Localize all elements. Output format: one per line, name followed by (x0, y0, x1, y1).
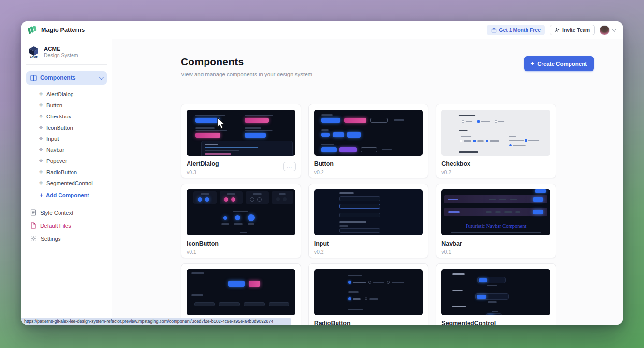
card-input[interactable]: Input v0.2 (308, 184, 429, 258)
sidebar-item-label: IconButton (46, 125, 73, 130)
card-segmentedcontrol[interactable]: SegmentedControl v0.2 (436, 263, 556, 325)
preview-segmented-control (477, 277, 506, 283)
preview-button (245, 118, 269, 123)
preview-caption (221, 223, 229, 225)
preview-caption (233, 211, 248, 212)
preview-caption (348, 291, 359, 293)
card-navbar[interactable]: Futuristic Navbar Component Navbar v0.1 (436, 184, 556, 258)
preview-caption (498, 121, 504, 122)
component-icon: ❖ (39, 147, 43, 152)
component-icon: ❖ (39, 170, 43, 174)
card-name: RadioButton (314, 320, 423, 325)
sidebar-item-alertdialog[interactable]: ❖AlertDialog (26, 88, 107, 100)
preview-button (370, 118, 388, 123)
preview-button (269, 302, 289, 306)
preview-caption (481, 121, 490, 122)
card-checkbox[interactable]: Checkbox v0.2 (436, 104, 556, 178)
get-month-free-button[interactable]: Get 1 Month Free (487, 25, 545, 35)
preview-button (244, 302, 265, 306)
component-icon: ❖ (39, 103, 43, 108)
preview-caption (348, 275, 362, 276)
preview-button (195, 118, 220, 123)
card-name: Checkbox (441, 160, 550, 167)
preview-checkbox (486, 140, 488, 142)
preview-button (382, 149, 392, 150)
preview-caption (451, 232, 541, 233)
preview-button (195, 133, 220, 138)
card-radiobutton[interactable]: RadioButton v0.1 (308, 263, 429, 325)
sidebar-item-label: Button (46, 102, 62, 108)
create-component-button[interactable]: + Create Component (524, 56, 594, 71)
preview-caption (321, 144, 334, 145)
preview-group (220, 191, 243, 204)
sidebar-item-iconbutton[interactable]: ❖IconButton (26, 122, 107, 133)
get-month-free-label: Get 1 Month Free (499, 27, 541, 33)
card-popover[interactable]: Popover v0.2 (181, 263, 301, 325)
card-button[interactable]: Button v0.2 (308, 104, 429, 178)
preview-caption (466, 121, 472, 122)
invite-team-label: Invite Team (562, 27, 590, 33)
component-icon: ❖ (39, 136, 43, 141)
preview-caption (452, 273, 465, 275)
preview-caption (492, 311, 498, 312)
account-menu[interactable] (600, 25, 615, 35)
preview-caption (339, 221, 366, 223)
add-component-button[interactable]: + Add Component (26, 188, 107, 202)
sidebar-item-style-context[interactable]: Style Context (26, 206, 107, 219)
preview-button (194, 302, 215, 306)
sidebar-item-label: SegmentedControl (46, 180, 93, 186)
file-icon (30, 222, 36, 229)
sidebar-item-label: Components (40, 74, 75, 81)
plus-icon: + (531, 60, 535, 67)
card-version: v0.3 (187, 169, 295, 175)
preview-caption (195, 130, 227, 131)
sidebar-item-label: RadioButton (46, 169, 77, 175)
preview-caption (461, 136, 471, 137)
sidebar-item-label: AlertDialog (46, 91, 73, 97)
preview-input (339, 204, 380, 209)
sidebar-item-segmentedcontrol[interactable]: ❖SegmentedControl (26, 177, 107, 188)
sidebar-item-label: Settings (41, 236, 61, 242)
sidebar-item-button[interactable]: ❖Button (26, 100, 107, 111)
component-icon: ❖ (39, 125, 43, 130)
workspace-switcher[interactable]: ACME ACME Design System (26, 44, 107, 65)
card-alertdialog[interactable]: AlertDialog v0.3 ⋯ (181, 104, 301, 178)
preview-caption (464, 140, 471, 142)
preview-button (321, 147, 337, 152)
preview-input (339, 213, 380, 218)
sidebar-item-settings[interactable]: Settings (26, 232, 107, 245)
preview-checkbox (495, 120, 497, 123)
preview-caption (452, 306, 466, 307)
sidebar-item-radiobutton[interactable]: ❖RadioButton (26, 166, 107, 177)
preview-segmented-control (475, 293, 509, 300)
segmentedcontrol-preview (441, 269, 550, 315)
card-version: v0.2 (314, 249, 423, 255)
preview-caption (490, 140, 499, 142)
card-name: Navbar (441, 240, 550, 247)
sidebar-item-components[interactable]: Components (26, 71, 107, 85)
preview-caption (248, 223, 254, 225)
invite-team-button[interactable]: Invite Team (550, 25, 595, 35)
status-url-text: https://patterns-git-alex-lee-design-sys… (24, 319, 273, 324)
sidebar-item-checkbox[interactable]: ❖Checkbox (26, 111, 107, 122)
preview-button (394, 119, 404, 121)
sidebar-item-popover[interactable]: ❖Popover (26, 155, 107, 166)
preview-button (535, 189, 546, 193)
card-more-button[interactable]: ⋯ (283, 162, 296, 171)
sidebar-item-navbar[interactable]: ❖Navbar (26, 144, 107, 155)
preview-button (219, 302, 240, 306)
plus-icon: + (40, 192, 43, 199)
brand[interactable]: Magic Patterns (21, 26, 112, 34)
workspace-name: ACME (44, 46, 78, 52)
preview-radio (348, 297, 351, 300)
preview-button (248, 214, 255, 221)
sidebar-item-input[interactable]: ❖Input (26, 133, 107, 144)
preview-input (339, 228, 380, 233)
preview-checkbox (460, 140, 462, 142)
card-iconbutton[interactable]: IconButton v0.1 (181, 184, 301, 258)
preview-button (361, 147, 377, 152)
sidebar-item-label: Navbar (46, 147, 64, 153)
preview-button (235, 215, 240, 220)
sidebar-item-default-files[interactable]: Default Files (26, 219, 107, 232)
alertdialog-preview (187, 110, 295, 156)
